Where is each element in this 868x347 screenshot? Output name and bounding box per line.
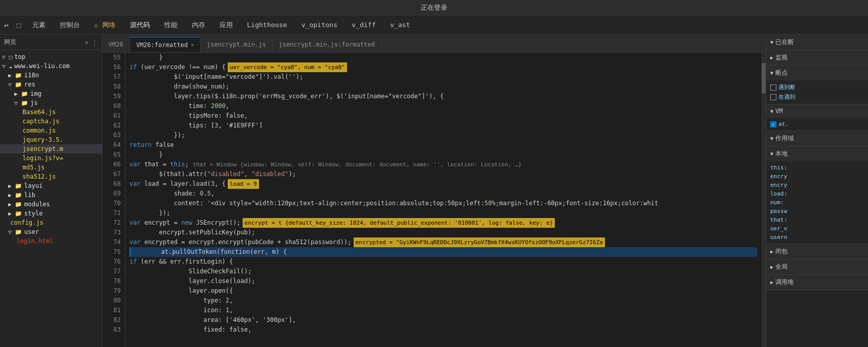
tree-icon: ▽ □: [2, 54, 12, 60]
panel-item-5-1[interactable]: encry: [770, 172, 864, 181]
panel-section-header-8[interactable]: ▶调用堆: [766, 275, 868, 290]
tab-label: jsencrypt.min.js:formatted: [279, 41, 375, 48]
tree-icon: ▽ 📁: [8, 81, 22, 88]
panel-title: 作用域: [775, 134, 794, 143]
tree-item-user[interactable]: ▽ 📁user: [0, 227, 102, 236]
toolbar-elements[interactable]: 元素: [29, 19, 49, 31]
panel-section-header-4[interactable]: ▼作用域: [766, 131, 868, 146]
line-number-61: 61: [106, 111, 121, 121]
toolbar-lighthouse[interactable]: Lighthouse: [244, 20, 290, 30]
panel-item-2-0[interactable]: 遇到断: [770, 82, 864, 92]
panel-section-header-1[interactable]: ▶监视: [766, 50, 868, 65]
tree-item-login-js-v-[interactable]: login.js?v=: [0, 154, 102, 163]
tab-jsencrypt-min-js-formatted[interactable]: jsencrypt.min.js:formatted: [273, 37, 382, 52]
panel-title: 监视: [775, 53, 788, 62]
panel-item-5-7[interactable]: uer_v: [770, 224, 864, 233]
more-icon[interactable]: ⋮: [92, 39, 98, 46]
tab-label: VM26: [108, 41, 123, 48]
tree-label: user: [24, 228, 39, 235]
editor-scrollbar-thumb[interactable]: [762, 63, 766, 94]
tree-item-jsencrypt-m[interactable]: jsencrypt.m: [0, 144, 102, 154]
tree-item-login-html[interactable]: login.html: [0, 236, 102, 246]
tree-item-img[interactable]: ▶ 📁img: [0, 89, 102, 98]
panel-item-5-2[interactable]: encry: [770, 181, 864, 189]
code-line-55: }: [129, 53, 757, 62]
expand-icon[interactable]: »: [85, 39, 89, 46]
tree-item-res[interactable]: ▽ 📁res: [0, 80, 102, 89]
tree-item-top[interactable]: ▽ □top: [0, 52, 102, 61]
code-line-66: var that = this;that = Window {window: W…: [129, 160, 757, 169]
tree-item-layui[interactable]: ▶ 📁layui: [0, 181, 102, 190]
tree-item-config-js[interactable]: config.js: [0, 218, 102, 227]
panel-section-header-0[interactable]: ▼已在断: [766, 35, 868, 50]
tree-item-i18n[interactable]: ▶ 📁i18n: [0, 71, 102, 80]
tree-label: layui: [24, 182, 42, 189]
tree-item-www-wei-liu-com[interactable]: ▽ ☁www.wei-liu.com: [0, 61, 102, 71]
file-panel-header: 网页 » ⋮: [0, 35, 102, 50]
tab-close[interactable]: ✕: [191, 42, 194, 48]
panel-item-5-3[interactable]: load:: [770, 189, 864, 198]
panel-section-header-7[interactable]: ▶全局: [766, 259, 868, 274]
toolbar-application[interactable]: 应用: [216, 19, 236, 31]
toolbar-memory[interactable]: 内存: [189, 19, 208, 31]
toolbar-vdiff[interactable]: v_diff: [349, 20, 379, 30]
tree-icon: ▶ 📁: [8, 210, 22, 217]
inspect-icon[interactable]: ⬚: [16, 21, 20, 29]
tree-item-style[interactable]: ▶ 📁style: [0, 209, 102, 218]
tree-label: common.js: [23, 127, 56, 134]
line-number-80: 80: [106, 296, 121, 306]
checkbox[interactable]: [770, 84, 776, 91]
panel-section-4: ▼作用域: [766, 131, 868, 146]
panel-item-5-6[interactable]: that:: [770, 215, 864, 224]
checkbox[interactable]: [770, 94, 776, 100]
line-number-58: 58: [106, 82, 121, 92]
panel-item-5-5[interactable]: passw: [770, 207, 864, 215]
tree-item-js[interactable]: ▽ 📁js: [0, 98, 102, 107]
toolbar-vast[interactable]: v_ast: [387, 20, 413, 30]
panel-item-5-0[interactable]: this:: [770, 163, 864, 172]
code-content[interactable]: } if (uer_vercode !== num) {uer_vercode …: [125, 53, 762, 347]
tree-label: res: [24, 81, 35, 88]
line-number-57: 57: [106, 72, 121, 82]
tab-VM26-formatted[interactable]: VM26:formatted✕: [130, 37, 201, 52]
tree-label: img: [30, 90, 41, 97]
panel-section-8: ▶调用堆: [766, 275, 868, 290]
toolbar-source[interactable]: 源代码: [127, 19, 153, 31]
tab-jsencrypt-min-js[interactable]: jsencrypt.min.js: [201, 37, 273, 52]
toolbar-vopitons[interactable]: v_opitons: [298, 20, 340, 30]
editor-scrollbar[interactable]: [762, 53, 766, 347]
tree-item-lib[interactable]: ▶ 📁lib: [0, 190, 102, 200]
toolbar-console[interactable]: 控制台: [57, 19, 83, 31]
tree-item-modules[interactable]: ▶ 📁modules: [0, 200, 102, 209]
panel-item-5-8[interactable]: usern: [770, 233, 864, 242]
panel-section-2: ▼断点遇到断在遇到: [766, 66, 868, 104]
panel-item-3-0[interactable]: ✓at.: [770, 120, 864, 128]
toolbar-network[interactable]: ⚠ 网络: [91, 19, 119, 31]
tree-item-captcha-js[interactable]: captcha.js: [0, 117, 102, 126]
panel-section-header-6[interactable]: ▶闭包: [766, 244, 868, 259]
code-line-68: var load = layer.load(3, {load = 9: [129, 179, 757, 189]
panel-section-header-2[interactable]: ▼断点: [766, 66, 868, 80]
tree-item-md5-js[interactable]: md5.js: [0, 163, 102, 172]
panel-arrow: ▼: [770, 136, 773, 141]
panel-arrow: ▼: [770, 151, 773, 157]
code-line-59: layer.tips($.i18n.prop('errMsg_vcode_err…: [129, 92, 757, 101]
tree-icon: ▶ 📁: [8, 201, 22, 208]
panel-section-header-3[interactable]: ▼VM: [766, 104, 868, 118]
toolbar-performance[interactable]: 性能: [161, 19, 181, 31]
code-line-61: tipsMore: false,: [129, 111, 757, 121]
tree-label: www.wei-liu.com: [14, 62, 70, 70]
panel-item-5-4[interactable]: num:: [770, 198, 864, 207]
line-number-70: 70: [106, 199, 121, 208]
tree-item-jquery-3-5-[interactable]: jquery-3.5.: [0, 135, 102, 144]
tree-item-common-js[interactable]: common.js: [0, 126, 102, 135]
tree-item-Base64-js[interactable]: Base64.js: [0, 107, 102, 117]
line-number-74: 74: [106, 237, 121, 247]
checkbox[interactable]: ✓: [770, 121, 776, 127]
back-icon[interactable]: ↩: [4, 21, 8, 29]
tab-VM26[interactable]: VM26: [102, 37, 130, 52]
tree-item-sha512-js[interactable]: sha512.js: [0, 172, 102, 181]
panel-item-2-1[interactable]: 在遇到: [770, 92, 864, 102]
panel-section-header-5[interactable]: ▼本地: [766, 146, 868, 161]
editor: 5556575859606162636465666768697071727374…: [102, 53, 762, 347]
